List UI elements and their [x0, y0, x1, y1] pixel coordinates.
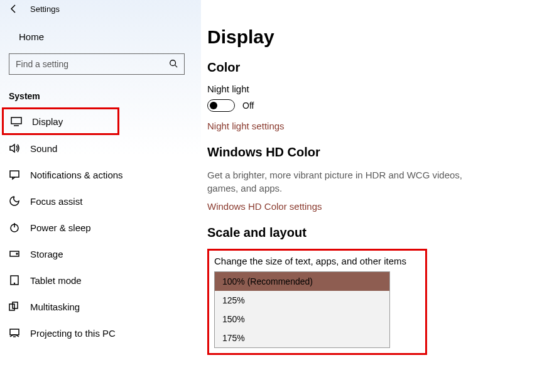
hd-description: Get a brighter, more vibrant picture in …	[207, 168, 471, 195]
sidebar-item-label: Storage	[30, 249, 63, 259]
sidebar-item-label: Sound	[30, 143, 57, 154]
tablet-icon	[9, 275, 20, 286]
search-wrap: Find a setting	[0, 48, 201, 86]
projecting-icon	[9, 327, 20, 339]
sidebar-item-label: Notifications & actions	[30, 170, 123, 180]
scale-option-100[interactable]: 100% (Recommended)	[215, 272, 389, 291]
section-scale: Scale and layout	[207, 226, 518, 240]
sidebar-item-label: Multitasking	[30, 302, 80, 312]
sound-icon	[9, 143, 20, 154]
svg-point-7	[14, 283, 15, 284]
sidebar-item-notifications[interactable]: Notifications & actions	[0, 161, 201, 188]
sidebar-item-label: Display	[32, 116, 63, 127]
night-light-label: Night light	[207, 84, 518, 94]
focus-icon	[9, 195, 20, 207]
nav-label: Home	[19, 31, 44, 42]
night-light-toggle[interactable]	[207, 99, 235, 112]
hd-settings-link[interactable]: Windows HD Color settings	[207, 201, 518, 212]
scale-label: Change the size of text, apps, and other…	[209, 256, 425, 271]
toggle-state: Off	[242, 101, 254, 111]
section-hd: Windows HD Color	[207, 145, 518, 160]
svg-rect-2	[10, 171, 19, 177]
scale-highlight: Change the size of text, apps, and other…	[207, 249, 427, 355]
sidebar-item-sound[interactable]: Sound	[0, 135, 201, 161]
sidebar-item-projecting[interactable]: Projecting to this PC	[0, 320, 201, 346]
display-icon	[11, 116, 22, 127]
sidebar-item-power[interactable]: Power & sleep	[0, 214, 201, 241]
sidebar-item-label: Projecting to this PC	[30, 328, 116, 339]
search-placeholder: Find a setting	[16, 59, 68, 69]
svg-rect-8	[9, 304, 14, 310]
sidebar-item-multitasking[interactable]: Multitasking	[0, 293, 201, 320]
sidebar-item-display[interactable]: Display	[2, 107, 119, 135]
sidebar: Settings Home Find a setting System Disp…	[0, 0, 201, 392]
scale-dropdown[interactable]: 100% (Recommended) 125% 150% 175%	[214, 271, 390, 348]
section-color: Color	[207, 60, 518, 75]
topbar: Settings	[0, 4, 201, 25]
main-content: Display Color Night light Off Night ligh…	[201, 0, 537, 392]
search-icon	[169, 59, 178, 70]
window-title: Settings	[30, 4, 60, 14]
sidebar-item-label: Tablet mode	[30, 275, 82, 286]
scale-option-175[interactable]: 175%	[215, 329, 389, 347]
sidebar-item-tablet[interactable]: Tablet mode	[0, 267, 201, 293]
back-icon[interactable]	[9, 4, 19, 14]
svg-rect-10	[10, 329, 19, 335]
night-light-settings-link[interactable]: Night light settings	[207, 121, 518, 131]
sidebar-section-header: System	[0, 86, 201, 107]
scale-option-125[interactable]: 125%	[215, 291, 389, 310]
sidebar-item-label: Focus assist	[30, 196, 82, 207]
multitasking-icon	[9, 301, 20, 312]
svg-point-0	[170, 60, 176, 65]
svg-rect-1	[11, 117, 21, 124]
search-input[interactable]: Find a setting	[9, 53, 185, 75]
notifications-icon	[9, 169, 20, 180]
svg-point-5	[16, 253, 18, 254]
sidebar-item-label: Power & sleep	[30, 222, 91, 233]
page-title: Display	[207, 26, 518, 48]
nav-home[interactable]: Home	[0, 25, 201, 48]
sidebar-item-storage[interactable]: Storage	[0, 241, 201, 267]
sidebar-item-focus[interactable]: Focus assist	[0, 188, 201, 214]
svg-rect-9	[13, 302, 18, 308]
storage-icon	[9, 248, 20, 259]
night-light-toggle-row: Off	[207, 99, 518, 112]
power-icon	[9, 222, 20, 233]
scale-option-150[interactable]: 150%	[215, 310, 389, 329]
